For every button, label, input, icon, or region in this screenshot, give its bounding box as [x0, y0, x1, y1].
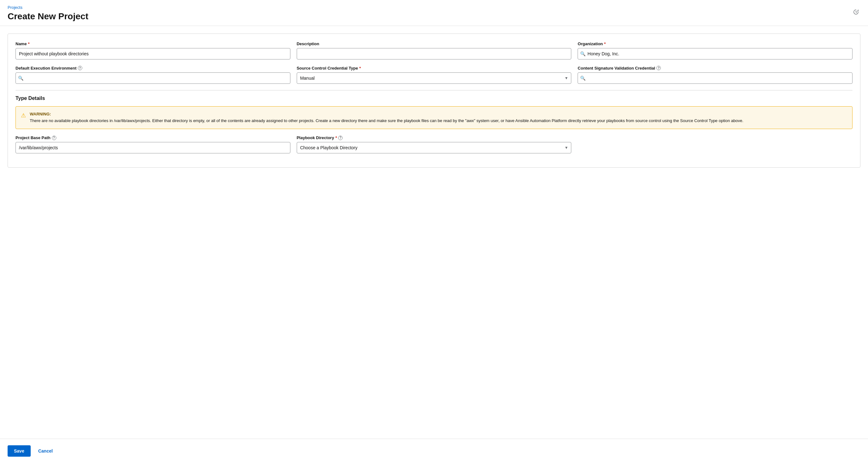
- empty-col: [578, 135, 852, 153]
- organization-group: Organization * 🔍: [578, 41, 852, 59]
- content-sig-input[interactable]: [578, 72, 852, 84]
- page-title: Create New Project: [8, 11, 88, 22]
- warning-text: There are no available playbook director…: [30, 118, 847, 124]
- footer-actions: Save Cancel: [0, 439, 868, 463]
- source-control-type-group: Source Control Credential Type * Manual …: [297, 66, 571, 84]
- organization-label: Organization *: [578, 41, 852, 46]
- playbook-directory-select[interactable]: Choose a Playbook Directory: [297, 142, 571, 153]
- content-sig-group: Content Signature Validation Credential …: [578, 66, 852, 84]
- warning-content: WARNING: There are no available playbook…: [30, 112, 847, 124]
- playbook-directory-group: Playbook Directory * ? Choose a Playbook…: [297, 135, 571, 153]
- save-button[interactable]: Save: [8, 445, 31, 457]
- organization-input[interactable]: [578, 48, 852, 59]
- description-input[interactable]: [297, 48, 571, 59]
- name-group: Name *: [16, 41, 290, 59]
- execution-env-search-wrapper: 🔍: [16, 72, 290, 84]
- description-group: Description: [297, 41, 571, 59]
- main-content: Name * Description Organization *: [0, 26, 868, 439]
- form-row-1: Name * Description Organization *: [16, 41, 852, 59]
- content-sig-help-icon[interactable]: ?: [656, 66, 661, 70]
- source-control-type-label: Source Control Credential Type *: [297, 66, 571, 70]
- project-base-path-group: Project Base Path ?: [16, 135, 290, 153]
- source-control-required: *: [359, 66, 361, 70]
- playbook-directory-required: *: [335, 135, 337, 140]
- form-card: Name * Description Organization *: [8, 33, 860, 168]
- execution-env-input[interactable]: [16, 72, 290, 84]
- page-header: Projects Create New Project: [0, 0, 868, 26]
- playbook-directory-label: Playbook Directory * ?: [297, 135, 571, 140]
- warning-box: ⚠ WARNING: There are no available playbo…: [16, 106, 852, 129]
- organization-required: *: [604, 41, 606, 46]
- content-sig-label: Content Signature Validation Credential …: [578, 66, 852, 70]
- form-row-3: Project Base Path ? Playbook Directory *…: [16, 135, 852, 153]
- section-divider: [16, 90, 852, 90]
- cancel-button[interactable]: Cancel: [34, 445, 57, 457]
- execution-env-group: Default Execution Environment ? 🔍: [16, 66, 290, 84]
- type-details-title: Type Details: [16, 95, 852, 101]
- playbook-directory-help-icon[interactable]: ?: [338, 136, 343, 140]
- execution-env-label: Default Execution Environment ?: [16, 66, 290, 70]
- project-base-path-help-icon[interactable]: ?: [52, 136, 56, 140]
- execution-env-help-icon[interactable]: ?: [78, 66, 82, 70]
- warning-title: WARNING:: [30, 112, 847, 116]
- history-button[interactable]: [851, 8, 860, 18]
- name-input[interactable]: [16, 48, 290, 59]
- warning-triangle-icon: ⚠: [21, 112, 26, 119]
- organization-search-wrapper: 🔍: [578, 48, 852, 59]
- source-control-select-wrapper: Manual Git Subversion Insights Remote Ar…: [297, 72, 571, 84]
- breadcrumb[interactable]: Projects: [8, 5, 88, 10]
- project-base-path-label: Project Base Path ?: [16, 135, 290, 140]
- content-sig-search-wrapper: 🔍: [578, 72, 852, 84]
- description-label: Description: [297, 41, 571, 46]
- form-row-2: Default Execution Environment ? 🔍 Source…: [16, 66, 852, 84]
- project-base-path-input[interactable]: [16, 142, 290, 153]
- playbook-directory-select-wrapper: Choose a Playbook Directory ▼: [297, 142, 571, 153]
- name-required: *: [28, 41, 29, 46]
- source-control-select[interactable]: Manual Git Subversion Insights Remote Ar…: [297, 72, 571, 84]
- name-label: Name *: [16, 41, 290, 46]
